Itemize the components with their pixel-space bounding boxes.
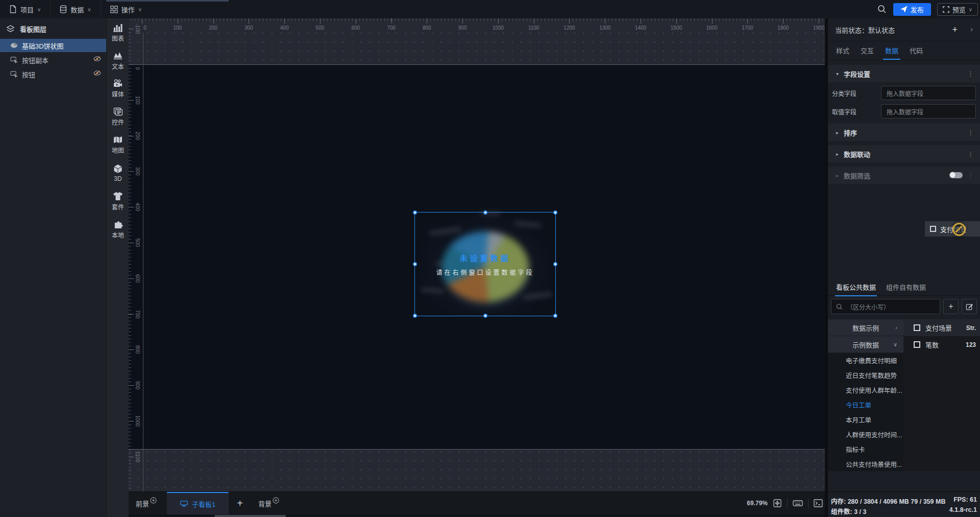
menu-label: 数据: [70, 5, 84, 14]
toolbar-item-3D[interactable]: 3D: [107, 159, 129, 187]
section-field-settings[interactable]: ▾ 字段设置 ⋮: [828, 65, 980, 82]
section-menu-icon[interactable]: ⋮: [967, 150, 974, 158]
layer-item-label: 按钮副本: [22, 55, 48, 65]
ruler-tick: [534, 18, 534, 24]
section-数据筛选[interactable]: ▸数据筛选⋮: [828, 167, 980, 184]
artboard-top-edge: [129, 64, 825, 65]
edit-dataset-button[interactable]: [962, 299, 977, 314]
canvas-viewport[interactable]: 0100200300400500600700800900100011001200…: [129, 18, 825, 491]
state-expand-icon[interactable]: ›: [970, 25, 973, 33]
resize-handle-se[interactable]: [553, 314, 557, 318]
section-menu-icon[interactable]: ⋮: [967, 70, 974, 78]
toolbar-item-本地[interactable]: 本地: [107, 215, 129, 243]
search-icon[interactable]: [877, 4, 887, 14]
field-checkbox-icon[interactable]: [914, 341, 920, 348]
dataset-item[interactable]: 电子缴费支付明细: [828, 353, 903, 368]
foreground-button[interactable]: 前景: [129, 492, 164, 514]
shortcuts-keyboard-icon[interactable]: [793, 499, 803, 507]
topbar-right-controls: 发布 预览 ∨: [877, 0, 978, 18]
dataset-search-input[interactable]: （区分大小写）: [831, 299, 940, 314]
menu-项目[interactable]: 项目∨: [0, 0, 50, 18]
section-数据联动[interactable]: ▸数据联动⋮: [828, 145, 980, 162]
data-tab-看板公共数据[interactable]: 看板公共数据: [835, 278, 877, 296]
resize-handle-e[interactable]: [553, 262, 557, 266]
selected-component-pie3d[interactable]: 未设置数据 请在右侧窗口设置数据字段: [414, 212, 556, 316]
value-field-dropzone[interactable]: 拖入数据字段: [881, 104, 976, 119]
menu-数据[interactable]: 数据∨: [50, 0, 100, 18]
ruler-label: 200: [135, 131, 140, 140]
ruler-label: 1000: [493, 25, 504, 31]
dataset-item[interactable]: 本月工单: [828, 412, 903, 427]
toolbar-item-媒体[interactable]: 媒体: [107, 75, 129, 103]
visibility-off-icon[interactable]: [93, 56, 101, 62]
background-button[interactable]: 背景: [251, 492, 286, 514]
fps-stat: FPS: 61: [953, 496, 977, 506]
ruler-tick: [129, 100, 134, 101]
scrollbar-thumb[interactable]: [214, 515, 286, 517]
dataset-item[interactable]: 今日工单: [828, 397, 903, 412]
field-item-笔数[interactable]: 笔数123: [903, 336, 980, 353]
dataset-item[interactable]: 近日支付笔数趋势: [828, 368, 903, 383]
menu-操作[interactable]: 操作∨: [101, 0, 151, 18]
layer-item[interactable]: 按钮副本: [0, 53, 106, 66]
layer-item[interactable]: 按钮: [0, 67, 106, 81]
section-toggle-off[interactable]: [949, 172, 963, 178]
toolbar-item-文本[interactable]: 文本: [107, 46, 129, 75]
toolbar-item-地图[interactable]: 地图: [107, 131, 129, 159]
preview-button[interactable]: 预览 ∨: [937, 3, 978, 16]
dataset-item[interactable]: 人群使用支付时间...: [828, 427, 903, 442]
field-checkbox-icon[interactable]: [914, 324, 920, 331]
pie-chart-placeholder: [442, 231, 529, 302]
add-board-button[interactable]: +: [229, 498, 251, 509]
ruler-tick: [129, 457, 134, 457]
toolbar-item-控件[interactable]: 控件: [107, 103, 129, 131]
top-menu-bar: 项目∨数据∨操作∨ 发布 预览 ∨: [0, 0, 980, 19]
inspector-tab-样式[interactable]: 样式: [835, 41, 850, 60]
database-icon: [60, 5, 67, 13]
field-item-支付场景[interactable]: 支付场景Str.: [903, 319, 980, 336]
memory-stats: 内存: 280 / 3804 / 4096 MB 79 / 359 MB: [831, 496, 945, 506]
resize-handle-s[interactable]: [483, 314, 487, 318]
zoom-percent[interactable]: 69.79%: [747, 500, 768, 507]
layer-item[interactable]: 基础3D饼状图: [0, 39, 106, 52]
section-排序[interactable]: ▸排序⋮: [828, 124, 980, 141]
category-field-dropzone[interactable]: 拖入数据字段: [881, 86, 976, 100]
add-background-icon[interactable]: [273, 497, 279, 504]
ruler-label: 900: [135, 381, 140, 390]
ruler-tick: [249, 18, 249, 24]
data-tab-组件自有数据[interactable]: 组件自有数据: [885, 278, 927, 296]
add-foreground-icon[interactable]: [150, 497, 157, 504]
add-state-button[interactable]: +: [952, 25, 958, 35]
section-menu-icon[interactable]: ⋮: [967, 129, 974, 136]
resize-handle-n[interactable]: [483, 210, 487, 215]
inspector-tab-代码[interactable]: 代码: [909, 41, 924, 60]
resize-handle-sw[interactable]: [413, 314, 417, 318]
search-icon: [836, 303, 843, 310]
board-tab-active[interactable]: 子看板1: [167, 492, 229, 514]
resize-handle-ne[interactable]: [553, 210, 557, 215]
resize-handle-nw[interactable]: [413, 210, 417, 215]
dataset-item[interactable]: 支付使用人群年龄...: [828, 383, 903, 397]
ruler-label: 1000: [135, 415, 140, 427]
dataset-group-示例数据[interactable]: 示例数据∨: [828, 336, 903, 353]
section-menu-icon[interactable]: ⋮: [967, 172, 974, 179]
dataset-group-数据示例[interactable]: 数据示例›: [828, 319, 903, 336]
group-chevron-icon: ›: [895, 324, 897, 331]
dataset-item[interactable]: 公共支付场景使用...: [828, 457, 903, 472]
horizontal-scrollbar[interactable]: [129, 514, 825, 517]
toolbar-item-套件[interactable]: 套件: [107, 187, 129, 215]
publish-button[interactable]: 发布: [893, 3, 931, 16]
field-label: 取值字段: [832, 107, 881, 116]
console-terminal-icon[interactable]: [814, 499, 823, 507]
toolbar-item-图表[interactable]: 图表: [107, 18, 129, 46]
dataset-group-label: 示例数据: [852, 340, 879, 349]
menu-group: 项目∨数据∨操作∨: [0, 0, 151, 18]
dataset-item[interactable]: 指标卡: [828, 442, 903, 457]
resize-handle-w[interactable]: [413, 262, 417, 266]
ruler-tick: [142, 18, 142, 24]
visibility-off-icon[interactable]: [93, 70, 101, 76]
fit-view-icon[interactable]: [773, 499, 782, 508]
add-dataset-button[interactable]: +: [943, 299, 959, 314]
inspector-tab-数据[interactable]: 数据: [884, 41, 899, 60]
inspector-tab-交互[interactable]: 交互: [860, 41, 875, 60]
